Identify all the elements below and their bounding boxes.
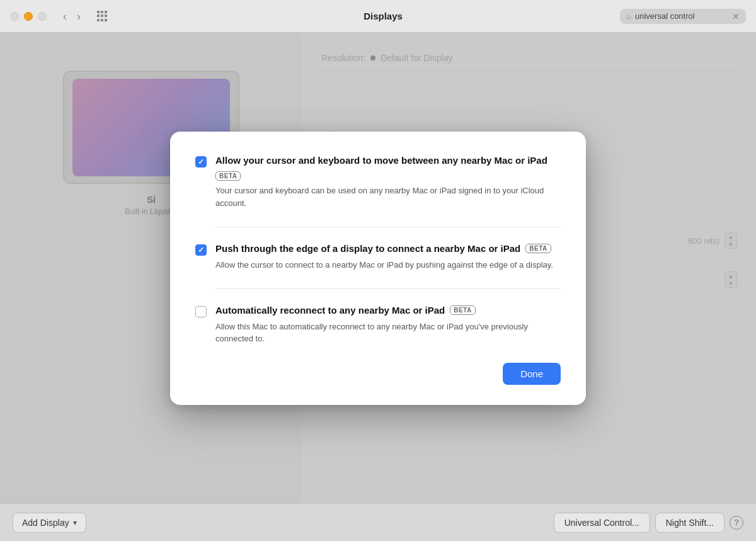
secondary-stepper-down[interactable]: ▼ xyxy=(725,280,736,287)
window-title: Displays xyxy=(364,11,403,21)
secondary-stepper[interactable]: ▲ ▼ xyxy=(724,271,737,288)
option-1-title: Allow your cursor and keyboard to move b… xyxy=(215,154,547,167)
option-3-title-row: Automatically reconnect to any nearby Ma… xyxy=(215,304,561,317)
nits-value: 600 nits) xyxy=(688,236,719,246)
nav-buttons: ‹ › xyxy=(59,9,84,23)
maximize-button[interactable] xyxy=(38,12,47,21)
option-1-content: Allow your cursor and keyboard to move b… xyxy=(215,154,561,210)
minimize-button[interactable] xyxy=(24,12,33,21)
option-2-beta-badge: BETA xyxy=(525,244,551,253)
titlebar: ‹ › Displays ⌕ universal control ✕ xyxy=(0,0,756,33)
nav-forward-button[interactable]: › xyxy=(73,9,84,23)
option-1-desc: Your cursor and keyboard can be used on … xyxy=(215,185,561,209)
option-2-title: Push through the edge of a display to co… xyxy=(215,242,520,255)
traffic-lights xyxy=(10,12,47,21)
option-1-checkbox-wrap xyxy=(195,156,207,210)
option-3-checkbox[interactable] xyxy=(195,306,207,317)
option-3-row: Automatically reconnect to any nearby Ma… xyxy=(195,304,561,345)
resolution-row: Resolution: Default for Display xyxy=(321,45,737,71)
modal-footer: Done xyxy=(195,363,561,385)
secondary-stepper-up[interactable]: ▲ xyxy=(725,272,736,280)
help-button[interactable]: ? xyxy=(730,516,743,530)
search-box[interactable]: ⌕ universal control ✕ xyxy=(620,9,746,24)
divider-1 xyxy=(215,227,561,227)
chevron-down-icon: ▾ xyxy=(73,518,77,527)
night-shift-button[interactable]: Night Shift... xyxy=(655,513,724,533)
option-1-checkbox[interactable] xyxy=(195,156,207,168)
grid-icon[interactable] xyxy=(97,11,108,22)
option-3-title: Automatically reconnect to any nearby Ma… xyxy=(215,304,445,317)
search-icon: ⌕ xyxy=(626,11,631,21)
stepper-down-button[interactable]: ▼ xyxy=(725,241,736,248)
option-3-desc: Allow this Mac to automatically reconnec… xyxy=(215,321,561,345)
resolution-value: Default for Display xyxy=(381,53,452,63)
search-clear-button[interactable]: ✕ xyxy=(732,11,740,21)
search-input[interactable]: universal control xyxy=(635,11,728,21)
done-button[interactable]: Done xyxy=(503,363,561,385)
add-display-button[interactable]: Add Display ▾ xyxy=(13,513,86,533)
option-3-checkbox-wrap xyxy=(195,306,207,345)
close-button[interactable] xyxy=(10,12,19,21)
option-2-row: Push through the edge of a display to co… xyxy=(195,242,561,271)
option-1-beta-badge: BETA xyxy=(215,171,241,181)
option-2-desc: Allow the cursor to connect to a nearby … xyxy=(215,259,561,271)
universal-control-modal: Allow your cursor and keyboard to move b… xyxy=(170,132,586,405)
divider-2 xyxy=(215,288,561,289)
resolution-label: Resolution: xyxy=(321,53,365,63)
option-2-checkbox-wrap xyxy=(195,244,207,271)
bottom-right-buttons: Universal Control... Night Shift... ? xyxy=(554,513,743,533)
display-name: Si xyxy=(147,194,156,205)
universal-control-button[interactable]: Universal Control... xyxy=(554,513,650,533)
option-1-row: Allow your cursor and keyboard to move b… xyxy=(195,154,561,210)
option-1-title-row: Allow your cursor and keyboard to move b… xyxy=(215,154,561,181)
nav-back-button[interactable]: ‹ xyxy=(59,9,71,23)
option-2-checkbox[interactable] xyxy=(195,244,207,256)
resolution-dot xyxy=(370,55,375,60)
option-3-content: Automatically reconnect to any nearby Ma… xyxy=(215,304,561,345)
nits-stepper[interactable]: ▲ ▼ xyxy=(724,232,737,249)
option-2-content: Push through the edge of a display to co… xyxy=(215,242,561,271)
option-2-title-row: Push through the edge of a display to co… xyxy=(215,242,561,255)
add-display-label: Add Display xyxy=(22,518,69,528)
stepper-up-button[interactable]: ▲ xyxy=(725,233,736,241)
option-3-beta-badge: BETA xyxy=(450,305,475,315)
bottom-bar: Add Display ▾ Universal Control... Night… xyxy=(0,503,756,541)
